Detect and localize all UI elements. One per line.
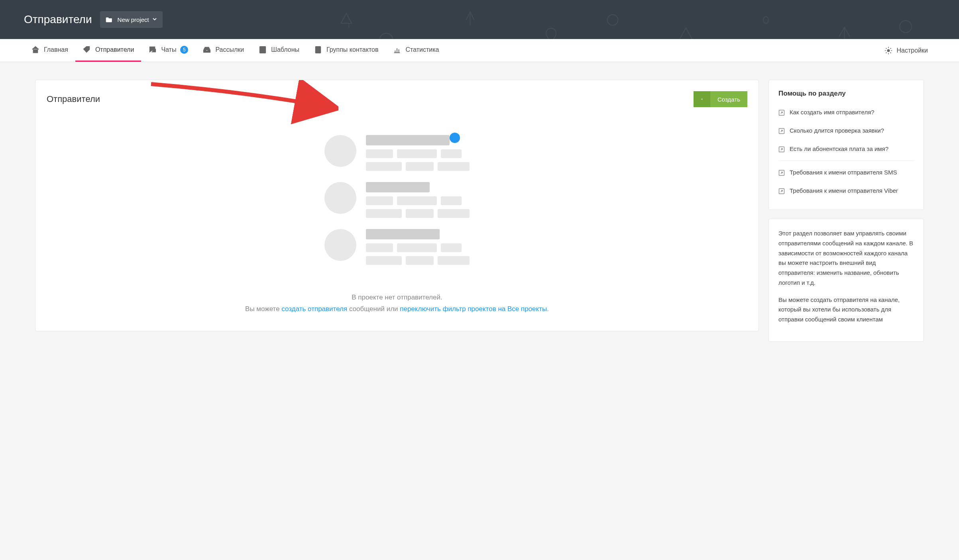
switch-filter-link[interactable]: переключить фильтр проектов на Все проек…: [400, 305, 547, 313]
help-item-label: Требования к имени отправителя Viber: [790, 187, 898, 194]
help-item[interactable]: Сколько длится проверка заявки?: [778, 121, 914, 140]
template-icon: [258, 45, 267, 54]
project-selector[interactable]: New project: [100, 11, 163, 28]
app-header: Отправители New project: [0, 0, 959, 39]
contacts-icon: [314, 45, 322, 54]
folder-icon: [106, 16, 113, 23]
help-item[interactable]: Требования к имени отправителя Viber: [778, 182, 914, 200]
info-p1: Этот раздел позволяет вам управлять свои…: [778, 229, 914, 288]
home-icon: [31, 45, 40, 54]
create-sender-link[interactable]: создать отправителя: [281, 305, 347, 313]
verified-badge-icon: [450, 133, 460, 143]
help-list-a: Как создать имя отправителя?Сколько длит…: [778, 103, 914, 158]
nav-chats[interactable]: Чаты 5: [141, 39, 195, 62]
navbar: Главная Отправители Чаты 5 Рассылки Шабл…: [0, 39, 959, 62]
help-item-label: Есть ли абонентская плата за имя?: [790, 145, 888, 152]
placeholder-row: [324, 135, 470, 171]
nav-senders[interactable]: Отправители: [75, 39, 141, 62]
empty-message: В проекте нет отправителей. Вы можете со…: [245, 292, 549, 315]
empty-placeholder: В проекте нет отправителей. Вы можете со…: [47, 135, 747, 315]
nav-label: Настройки: [897, 47, 928, 54]
nav-templates[interactable]: Шаблоны: [251, 39, 307, 62]
nav-statistics[interactable]: Статистика: [385, 39, 446, 62]
nav-label: Группы контактов: [326, 46, 378, 53]
main-card: Отправители Создать: [35, 80, 759, 331]
svg-point-5: [317, 48, 319, 50]
help-item[interactable]: Требования к имени отправителя SMS: [778, 163, 914, 182]
help-card: Помощь по разделу Как создать имя отправ…: [768, 80, 924, 210]
nav-label: Рассылки: [215, 46, 244, 53]
svg-point-1: [607, 15, 618, 25]
svg-point-6: [887, 49, 890, 52]
card-title: Отправители: [47, 94, 100, 104]
help-list-b: Требования к имени отправителя SMSТребов…: [778, 163, 914, 200]
chat-icon: [148, 45, 157, 54]
create-button[interactable]: Создать: [694, 91, 747, 107]
help-title: Помощь по разделу: [778, 90, 914, 98]
nav-home[interactable]: Главная: [24, 39, 75, 62]
help-item-label: Как создать имя отправителя?: [790, 109, 874, 116]
placeholder-row: [324, 229, 470, 265]
project-name: New project: [118, 16, 149, 23]
sidebar: Помощь по разделу Как создать имя отправ…: [768, 80, 924, 342]
help-item[interactable]: Есть ли абонентская плата за имя?: [778, 140, 914, 158]
nav-label: Отправители: [95, 46, 134, 53]
chevron-down-icon: [152, 16, 157, 23]
nav-settings[interactable]: Настройки: [877, 46, 935, 55]
content: Отправители Создать: [0, 62, 959, 359]
create-button-label: Создать: [710, 96, 747, 103]
help-item-label: Сколько длится проверка заявки?: [790, 127, 884, 134]
page-title: Отправители: [24, 13, 92, 26]
nav-label: Статистика: [405, 46, 439, 53]
gear-icon: [884, 46, 893, 55]
tag-icon: [83, 45, 91, 54]
placeholder-row: [324, 182, 470, 218]
svg-point-2: [900, 21, 912, 33]
chats-badge: 5: [180, 46, 188, 54]
inbox-icon: [202, 45, 211, 54]
nav-label: Шаблоны: [271, 46, 299, 53]
divider: [778, 161, 914, 161]
nav-label: Чаты: [161, 46, 176, 53]
plus-icon: [694, 91, 710, 107]
nav-contact-groups[interactable]: Группы контактов: [307, 39, 385, 62]
help-item[interactable]: Как создать имя отправителя?: [778, 103, 914, 121]
svg-point-0: [379, 33, 393, 39]
nav-mailings[interactable]: Рассылки: [195, 39, 251, 62]
chart-icon: [393, 45, 401, 54]
info-card: Этот раздел позволяет вам управлять свои…: [768, 219, 924, 342]
nav-label: Главная: [44, 46, 68, 53]
info-p2: Вы можете создать отправителя на канале,…: [778, 295, 914, 325]
help-item-label: Требования к имени отправителя SMS: [790, 169, 897, 176]
empty-line1: В проекте нет отправителей.: [245, 292, 549, 303]
